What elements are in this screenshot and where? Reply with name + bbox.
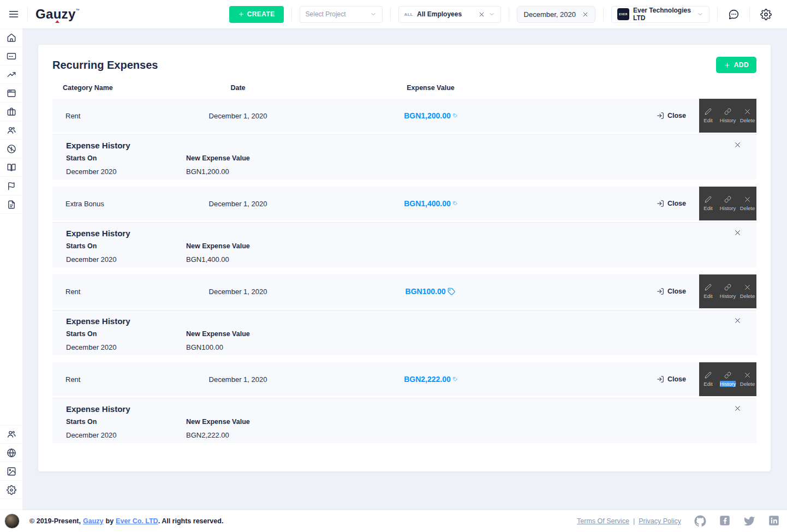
logo-text: Gauzy <box>35 8 76 21</box>
table-header-row: Category Name Date Expense Value <box>52 84 756 92</box>
history-label: History <box>720 205 736 211</box>
employees-select[interactable]: ALL All Employees <box>398 6 501 23</box>
close-row-button[interactable]: Close <box>547 200 699 207</box>
github-link[interactable] <box>694 515 706 527</box>
chat-button[interactable] <box>721 0 746 28</box>
delete-button[interactable]: Delete <box>739 196 756 211</box>
sidebar-item-users[interactable] <box>0 425 22 444</box>
starts-on-label: Starts On <box>66 418 186 426</box>
row-action-panel: Edit History Delete <box>699 187 756 220</box>
log-in-icon <box>657 375 664 383</box>
expense-category: Rent <box>52 288 162 296</box>
twitter-link[interactable] <box>743 515 755 527</box>
copyright-text: © 2019-Present, Gauzy by Ever Co. LTD . … <box>29 517 223 525</box>
starts-on-value: December 2020 <box>66 431 186 439</box>
sidebar-item-reports-trends[interactable] <box>0 65 22 84</box>
close-label: Close <box>667 112 686 119</box>
sidebar-item-theme[interactable] <box>0 462 22 481</box>
sidebar-item-jobs[interactable] <box>0 103 22 121</box>
period-filter-chip[interactable]: December, 2020 <box>517 6 595 23</box>
close-history-button[interactable] <box>733 316 742 325</box>
organization-logo: EVER <box>617 8 629 20</box>
facebook-icon <box>719 515 730 526</box>
create-button[interactable]: CREATE <box>229 6 284 23</box>
menu-toggle-button[interactable] <box>0 0 27 28</box>
gauzy-footer-link[interactable]: Gauzy <box>83 517 104 525</box>
gauzy-logo[interactable]: Gauzy ™ <box>35 8 80 21</box>
history-button[interactable]: History <box>719 372 737 387</box>
privacy-policy-link[interactable]: Privacy Policy <box>639 517 681 525</box>
add-expense-button[interactable]: ADD <box>716 57 756 73</box>
sidebar-item-knowledge-base[interactable] <box>0 158 22 177</box>
close-history-button[interactable] <box>733 228 742 237</box>
delete-label: Delete <box>740 381 755 387</box>
sidebar-item-settings[interactable] <box>0 481 22 499</box>
logo-rest: zy <box>62 7 76 21</box>
history-button[interactable]: History <box>719 196 737 211</box>
expense-value-text: BGN2,222.00 <box>404 375 451 384</box>
ever-co-link[interactable]: Ever Co. LTD <box>116 517 158 525</box>
links-separator: | <box>633 517 635 525</box>
expense-date: December 1, 2020 <box>162 375 314 384</box>
organization-name: Ever Technologies LTD <box>633 7 693 22</box>
recurring-expenses-card: Recurring Expenses ADD Category Name Dat… <box>38 45 771 471</box>
history-button[interactable]: History <box>719 108 737 123</box>
tag-icon <box>448 288 456 296</box>
close-history-button[interactable] <box>733 404 742 413</box>
close-row-button[interactable]: Close <box>547 112 699 119</box>
sidebar-item-goals[interactable] <box>0 177 22 195</box>
sidebar-item-language[interactable] <box>0 444 22 462</box>
sidebar-item-browser[interactable] <box>0 84 22 103</box>
new-expense-value: BGN2,222.00 <box>186 431 742 439</box>
close-row-button[interactable]: Close <box>547 375 699 383</box>
facebook-link[interactable] <box>719 515 730 528</box>
clear-period-button[interactable] <box>582 11 588 17</box>
gear-icon <box>760 9 772 20</box>
organization-select[interactable]: EVER Ever Technologies LTD <box>611 6 710 23</box>
edit-label: Edit <box>703 381 712 387</box>
history-panel-title: Expense History <box>66 404 742 414</box>
edit-button[interactable]: Edit <box>700 196 717 211</box>
sidebar-item-accounting[interactable] <box>0 47 22 65</box>
page-title: Recurring Expenses <box>52 59 158 71</box>
user-avatar[interactable] <box>4 513 20 529</box>
sidebar-bottom-group <box>0 425 22 499</box>
pencil-icon <box>705 196 712 203</box>
delete-button[interactable]: Delete <box>739 108 756 123</box>
settings-button[interactable] <box>753 0 778 28</box>
edit-button[interactable]: Edit <box>700 372 717 387</box>
edit-button[interactable]: Edit <box>700 108 717 123</box>
logo-trademark: ™ <box>76 8 80 12</box>
new-expense-value: BGN100.00 <box>186 343 742 351</box>
starts-on-label: Starts On <box>66 330 186 338</box>
close-history-button[interactable] <box>733 140 742 150</box>
open-book-icon <box>7 163 16 172</box>
sidebar-item-home[interactable] <box>0 28 22 47</box>
history-button[interactable]: History <box>719 284 737 299</box>
all-employees-avatar: ALL <box>404 12 413 17</box>
delete-button[interactable]: Delete <box>739 372 756 387</box>
x-icon <box>744 108 751 115</box>
project-select[interactable]: Select Project <box>300 6 383 23</box>
pencil-icon <box>705 372 712 379</box>
sidebar-item-employees[interactable] <box>0 121 22 140</box>
log-in-icon <box>657 288 664 295</box>
expense-group: Rent December 1, 2020 BGN100.00 Close <box>52 274 756 355</box>
chevron-down-icon <box>697 11 703 17</box>
sidebar-item-ball[interactable] <box>0 140 22 158</box>
close-row-button[interactable]: Close <box>547 288 699 295</box>
twitter-icon <box>743 515 755 527</box>
clear-employees-button[interactable] <box>479 11 485 17</box>
terms-of-service-link[interactable]: Terms Of Service <box>577 517 629 525</box>
edit-button[interactable]: Edit <box>700 284 717 299</box>
expense-value-text: BGN100.00 <box>406 287 446 296</box>
header-divider <box>603 7 604 21</box>
chat-bubble-icon <box>728 9 740 20</box>
clear-x-icon <box>479 11 485 17</box>
sidebar-item-reports[interactable] <box>0 195 22 214</box>
close-label: Close <box>667 375 686 383</box>
main-content: Recurring Expenses ADD Category Name Dat… <box>23 28 787 510</box>
delete-button[interactable]: Delete <box>739 284 756 299</box>
edit-label: Edit <box>703 293 712 299</box>
linkedin-link[interactable] <box>768 515 779 528</box>
